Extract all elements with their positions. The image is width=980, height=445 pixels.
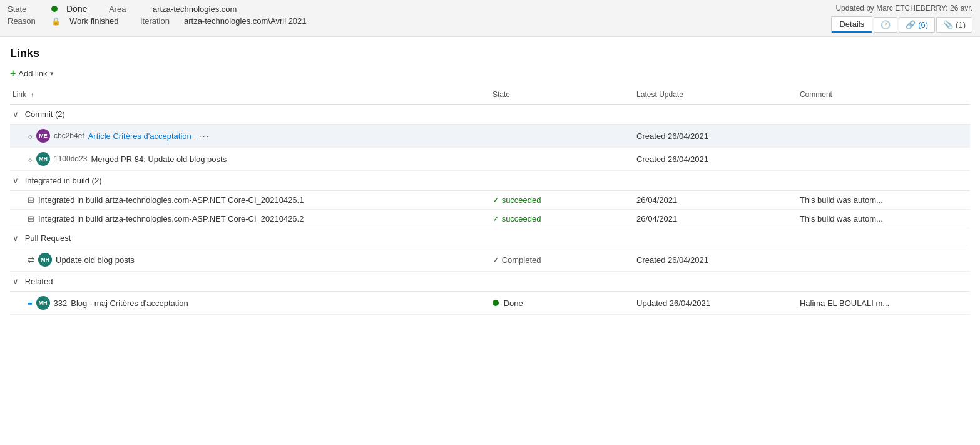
table-row[interactable]: ⊞ Integrated in build artza-technologies…	[10, 191, 970, 210]
group-related: ∨ Related	[10, 272, 970, 292]
state-value: Done	[66, 4, 87, 14]
update-cell: Created 26/04/2021	[634, 248, 797, 272]
group-chevron-icon[interactable]: ∨	[13, 233, 19, 243]
tab-buttons: Details 🕐 🔗 (6) 📎 (1)	[831, 16, 972, 33]
links-icon: 🔗	[906, 20, 916, 29]
chevron-down-icon: ▾	[50, 69, 54, 78]
status-badge: succeeded	[493, 195, 541, 205]
build-title: Integrated in build artza-technologies.c…	[38, 214, 304, 223]
attachments-tab[interactable]: 📎 (1)	[936, 17, 972, 33]
avatar: MH	[38, 253, 52, 267]
commit-icon: ⬦	[28, 131, 33, 141]
done-dot-icon	[493, 300, 499, 306]
link-cell-build1: ⊞ Integrated in build artza-technologies…	[10, 191, 490, 210]
links-title: Links	[10, 47, 970, 60]
plus-icon: +	[10, 68, 16, 79]
table-row[interactable]: ⬦ ME cbc2b4ef Article Critères d'accepta…	[10, 125, 970, 148]
commit-title: Merged PR 84: Update old blog posts	[91, 155, 227, 164]
status-badge: succeeded	[493, 214, 541, 223]
area-value: artza-technologies.com	[153, 4, 237, 14]
update-cell: Updated 26/04/2021	[634, 292, 797, 315]
links-table: Link ↑ State Latest Update Comment ∨ Com…	[10, 88, 970, 315]
col-link-header[interactable]: Link ↑	[10, 88, 490, 105]
group-build: ∨ Integrated in build (2)	[10, 171, 970, 191]
iteration-value: artza-technologies.com\Avril 2021	[184, 16, 307, 26]
related-title: Blog - maj Critères d'acceptation	[71, 299, 188, 308]
table-header: Link ↑ State Latest Update Comment	[10, 88, 970, 105]
table-row[interactable]: ≡ MH 332 Blog - maj Critères d'acceptati…	[10, 292, 970, 315]
add-link-label: Add link	[18, 69, 47, 78]
update-cell: 26/04/2021	[634, 191, 797, 210]
col-comment-header: Comment	[797, 88, 970, 105]
state-cell: succeeded	[490, 191, 634, 210]
related-number: 332	[54, 299, 68, 308]
state-cell: succeeded	[490, 210, 634, 228]
state-cell: Completed	[490, 248, 634, 272]
state-label: State	[8, 4, 45, 14]
comment-cell	[797, 148, 970, 171]
main-content: Links + Add link ▾ Link ↑ State Latest U…	[0, 37, 980, 325]
commit-link[interactable]: Article Critères d'acceptation	[88, 131, 191, 141]
details-tab[interactable]: Details	[831, 16, 872, 33]
header-bar: State Done Area artza-technologies.com R…	[0, 0, 980, 37]
group-chevron-icon[interactable]: ∨	[13, 176, 19, 185]
add-link-button[interactable]: + Add link ▾	[10, 68, 54, 79]
updated-by: Updated by Marc ETCHEBERRY: 26 avr.	[835, 4, 972, 13]
links-count: (6)	[918, 20, 928, 29]
comment-cell: This build was autom...	[797, 210, 970, 228]
build-icon: ⊞	[28, 214, 34, 223]
area-label: Area	[109, 4, 146, 14]
group-chevron-icon[interactable]: ∨	[13, 110, 19, 119]
sort-arrow-icon: ↑	[31, 91, 34, 98]
header-left: State Done Area artza-technologies.com R…	[8, 4, 307, 26]
avatar: ME	[36, 129, 50, 143]
comment-cell: This build was autom...	[797, 191, 970, 210]
link-cell-pr1: ⇄ MH Update old blog posts	[10, 248, 490, 272]
attach-count: (1)	[956, 20, 966, 29]
more-options-button[interactable]: ···	[199, 131, 210, 141]
table-row[interactable]: ⊞ Integrated in build artza-technologies…	[10, 210, 970, 228]
group-chevron-icon[interactable]: ∨	[13, 277, 19, 286]
pr-icon: ⇄	[28, 255, 34, 265]
history-icon: 🕐	[880, 20, 891, 29]
build-title: Integrated in build artza-technologies.c…	[38, 195, 304, 205]
related-icon: ≡	[28, 299, 33, 308]
link-cell-commit2: ⬦ MH 1100dd23 Merged PR 84: Update old b…	[10, 148, 490, 171]
update-cell: Created 26/04/2021	[634, 125, 797, 148]
attach-icon: 📎	[943, 20, 953, 29]
group-related-label: Related	[25, 277, 53, 286]
comment-cell	[797, 125, 970, 148]
lock-icon: 🔒	[51, 17, 61, 26]
col-state-header: State	[490, 88, 634, 105]
build-icon: ⊞	[28, 195, 34, 205]
link-cell-commit1: ⬦ ME cbc2b4ef Article Critères d'accepta…	[10, 125, 490, 148]
commit-hash: cbc2b4ef	[54, 131, 84, 140]
col-update-header: Latest Update	[634, 88, 797, 105]
reason-row: Reason 🔒 Work finished Iteration artza-t…	[8, 16, 307, 26]
group-commit: ∨ Commit (2)	[10, 105, 970, 125]
state-cell	[490, 125, 634, 148]
state-row: State Done Area artza-technologies.com	[8, 4, 307, 14]
reason-label: Reason	[8, 16, 45, 26]
table-row[interactable]: ⇄ MH Update old blog posts Completed Cre…	[10, 248, 970, 272]
history-tab[interactable]: 🕐	[874, 17, 897, 33]
pr-title: Update old blog posts	[56, 255, 135, 265]
commit-icon: ⬦	[28, 154, 33, 164]
reason-value: Work finished	[69, 16, 119, 26]
group-pr: ∨ Pull Request	[10, 228, 970, 248]
update-cell: 26/04/2021	[634, 210, 797, 228]
links-table-body: ∨ Commit (2) ⬦ ME cbc2b4ef Article Critè…	[10, 105, 970, 315]
group-pr-label: Pull Request	[25, 233, 71, 243]
state-cell: Done	[490, 292, 634, 315]
link-cell-related1: ≡ MH 332 Blog - maj Critères d'acceptati…	[10, 292, 490, 315]
update-cell: Created 26/04/2021	[634, 148, 797, 171]
group-build-label: Integrated in build (2)	[25, 176, 102, 185]
group-commit-label: Commit (2)	[25, 110, 65, 119]
link-cell-build2: ⊞ Integrated in build artza-technologies…	[10, 210, 490, 228]
state-cell	[490, 148, 634, 171]
table-row[interactable]: ⬦ MH 1100dd23 Merged PR 84: Update old b…	[10, 148, 970, 171]
commit-hash: 1100dd23	[54, 155, 87, 163]
status-badge: Completed	[493, 255, 541, 265]
links-tab[interactable]: 🔗 (6)	[899, 17, 935, 33]
avatar: MH	[36, 296, 50, 310]
